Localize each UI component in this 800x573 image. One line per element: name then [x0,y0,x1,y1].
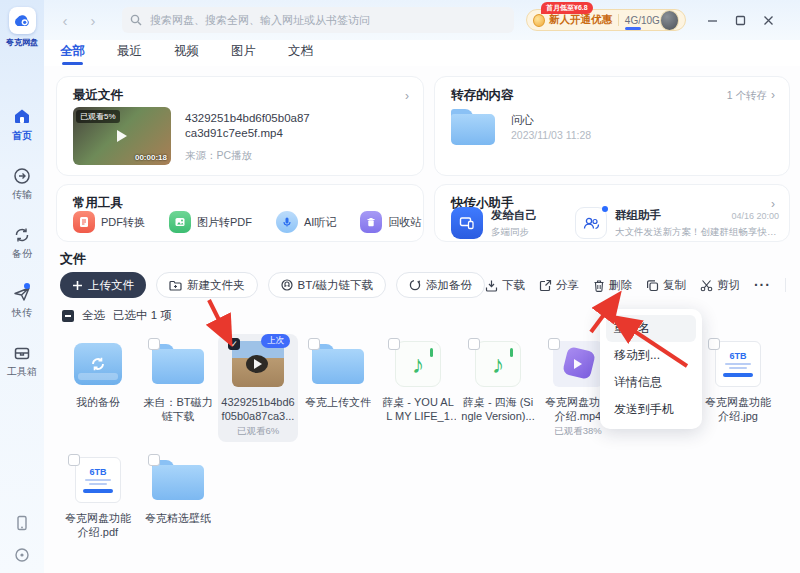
tab-all[interactable]: 全部 [60,43,85,64]
file-grid-item[interactable]: ♪薛桌 - 四海 (Single Version)... [458,334,538,442]
sidebar-item-home[interactable]: 首页 [12,106,32,143]
saved-count[interactable]: 1 个转存› [727,88,775,103]
item-checkbox[interactable] [708,338,720,350]
search-bar[interactable] [122,7,514,33]
image-icon [169,211,191,233]
group-assistant-title[interactable]: 群组助手 [615,208,661,223]
bt-magnet-download-button[interactable]: BT/磁力链下载 [268,272,386,298]
tool-ai-transcribe[interactable]: AI听记 [276,211,336,233]
chevron-right-icon[interactable]: › [405,89,409,103]
sidebar-item-transfer[interactable]: 传输 [12,167,32,202]
video-file-icon [553,341,603,387]
item-checkbox[interactable] [308,338,320,350]
selected-count: 已选中 1 项 [113,308,172,323]
file-grid-item[interactable]: ♪薛桌 - YOU ALL MY LIFE_16... [378,334,458,442]
item-checkbox[interactable] [148,338,160,350]
group-assistant-icon[interactable] [575,207,607,239]
files-section-title: 文件 [60,250,86,268]
sidebar-item-backup[interactable]: 备份 [12,226,32,261]
context-menu: 重命名 移动到... 详情信息 发送到手机 [600,309,702,429]
delete-action[interactable]: 删除 [593,278,632,293]
file-grid-item[interactable]: 夸克上传文件 [298,334,378,442]
file-name-label: 薛桌 - 四海 (Single Version)... [460,395,536,423]
tool-image-to-pdf[interactable]: 图片转PDF [169,211,252,233]
close-button[interactable] [760,12,776,28]
select-all-checkbox[interactable] [62,310,74,322]
forward-icon[interactable]: › [86,12,100,29]
file-name-label: 4329251b4bd6f05b0a87ca3... [220,395,296,423]
menu-item-send-to-phone[interactable]: 发送到手机 [606,396,696,423]
promo-banner[interactable]: 首月低至¥6.8 新人开通优惠 4G/10G [526,9,686,31]
file-grid-item[interactable]: 6TB夸克网盘功能介绍.pdf [58,450,138,543]
item-checkbox[interactable] [548,338,560,350]
microphone-icon [276,211,298,233]
menu-item-move-to[interactable]: 移动到... [606,342,696,369]
quickshare-assistant-card: 快传小助手 › 发给自己 多端同步 [434,184,790,242]
share-action[interactable]: 分享 [539,278,579,293]
watched-badge: 已观看5% [76,110,120,123]
backup-drive-icon [74,343,122,385]
file-grid-item[interactable]: 我的备份 [58,334,138,442]
recent-video-thumbnail[interactable]: 已观看5% 00:00:18 [73,107,171,165]
sidebar-item-quickshare[interactable]: 快传 [12,285,32,320]
item-checkbox[interactable] [388,338,400,350]
trash-icon [360,211,382,233]
tab-doc[interactable]: 文档 [288,43,313,64]
scissors-icon [700,279,713,292]
recent-files-card: 最近文件 › 已观看5% 00:00:18 4329251b4bd6f05b0a… [56,76,424,176]
sidebar-item-toolbox[interactable]: 工具箱 [7,344,37,379]
sync-circle-icon [409,279,421,291]
app-logo-icon[interactable] [9,7,36,34]
upload-button[interactable]: 上传文件 [60,272,146,298]
menu-item-rename[interactable]: 重命名 [606,315,696,342]
saved-content-card: 转存的内容 1 个转存› 问心 2023/11/03 11:28 [434,76,790,176]
back-icon[interactable]: ‹ [58,12,72,29]
add-backup-button[interactable]: 添加备份 [396,272,485,298]
download-action[interactable]: 下载 [485,278,525,293]
storage-usage: 4G/10G [625,15,660,26]
watched-progress-label: 已观看38% [554,425,602,438]
tab-recent[interactable]: 最近 [117,43,142,64]
more-actions-button[interactable]: ··· [754,277,771,293]
tool-pdf-convert[interactable]: PDF转换 [73,211,145,233]
copy-action[interactable]: 复制 [646,278,686,293]
select-all-label[interactable]: 全选 [82,308,105,323]
tab-video[interactable]: 视频 [174,43,199,64]
coin-icon [533,14,545,27]
phone-icon[interactable] [14,515,30,531]
file-name-label: 夸克网盘功能介绍.pdf [60,511,136,539]
file-grid-item[interactable]: 来自：BT磁力链下载 [138,334,218,442]
item-checkbox[interactable]: ✓ [228,338,240,350]
item-checkbox[interactable] [148,454,160,466]
avatar[interactable] [660,10,679,31]
recent-files-title: 最近文件 [73,87,123,104]
saved-folder-name[interactable]: 问心 [511,113,534,128]
saved-folder-date: 2023/11/03 11:28 [511,129,591,141]
file-name-label: 夸克网盘功能介绍.jpg [700,395,776,423]
magnet-icon [281,279,293,291]
watched-progress-label: 已观看6% [237,425,279,438]
menu-item-details[interactable]: 详情信息 [606,369,696,396]
search-input[interactable] [148,13,506,27]
tab-image[interactable]: 图片 [231,43,256,64]
item-checkbox[interactable] [68,454,80,466]
file-name-label: 夸克上传文件 [305,395,371,409]
common-tools-card: 常用工具 PDF转换 图片转PDF AI听记 回收站 [56,184,424,242]
item-checkbox[interactable] [468,338,480,350]
recent-file-name[interactable]: 4329251b4bd6f05b0a87ca3d91c7ee5f.mp4 [185,111,345,141]
maximize-button[interactable] [732,12,748,28]
minimize-button[interactable] [704,12,720,28]
cut-action[interactable]: 剪切 [700,278,740,293]
file-name-label: 我的备份 [76,395,120,409]
document-thumbnail-icon: 6TB [75,457,121,503]
tool-recycle-bin[interactable]: 回收站 [360,211,421,233]
video-duration: 00:00:18 [135,153,167,162]
folder-icon[interactable] [451,109,495,145]
settings-icon[interactable] [14,547,30,563]
file-grid-item[interactable]: 夸克精选壁纸 [138,450,218,543]
new-folder-button[interactable]: 新建文件夹 [156,272,258,298]
send-to-self-title[interactable]: 发给自己 [491,208,537,223]
send-to-self-icon[interactable] [451,207,483,239]
file-grid-item[interactable]: ✓上次4329251b4bd6f05b0a87ca3...已观看6% [218,334,298,442]
file-grid-item[interactable]: 6TB夸克网盘功能介绍.jpg [698,334,778,442]
